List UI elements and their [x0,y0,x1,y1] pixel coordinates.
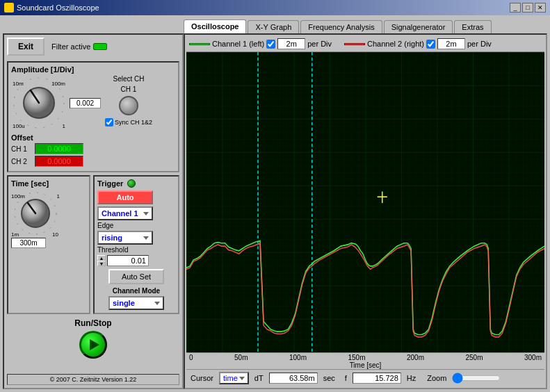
exit-button[interactable]: Exit [7,38,45,56]
filter-led [93,43,107,50]
trigger-edge-button[interactable]: rising [97,231,153,245]
dt-label: dT [254,374,264,382]
x-axis-labels: 0 50m 100m 150m 200m 250m 300m Time [sec… [186,352,544,369]
amp-knob-label-bl: 100u [13,123,25,129]
amp-knob-label-br: 1 [63,123,65,129]
filter-active-label: Filter active [51,42,90,51]
ch2-offset-label: CH 2 [11,158,32,165]
trigger-channel-button[interactable]: Channel 1 [97,206,153,220]
time-knob-label-tr: 1 [57,193,60,199]
ch2-label: Channel 2 (right) [367,40,424,48]
ch2-offset-input[interactable] [35,156,83,167]
x-label-200m: 200m [407,354,424,361]
ch2-line [344,43,365,45]
ch2-checkbox[interactable] [426,40,435,49]
ch1-per-div[interactable] [277,38,305,49]
channel-mode-button[interactable]: single [108,296,164,310]
app-icon [4,3,14,13]
x-label-150m: 150m [348,354,365,361]
channel-bar: Channel 1 (left) per Div Channel 2 (righ… [186,36,544,52]
offset-label: Offset [11,133,33,142]
ch2-indicator: Channel 2 (right) per Div [344,38,492,49]
zoom-slider[interactable] [452,373,501,384]
sec-label: sec [323,374,335,382]
amplitude-section: Amplitude [1/Div] 10m 100m 100u 1 [7,61,179,172]
threshold-down-button[interactable]: ▼ [97,261,106,266]
tab-extras[interactable]: Extras [454,20,491,33]
auto-set-button[interactable]: Auto Set [108,269,164,284]
amplitude-value-display: 0.002 [70,98,101,108]
x-label-0: 0 [189,354,193,361]
tab-frequency-analysis[interactable]: Frequency Analysis [300,20,382,33]
time-value-display: 300m [11,238,46,248]
time-knob-label-br: 10 [52,231,58,238]
minimize-button[interactable]: _ [510,3,521,13]
ch2-per-div[interactable] [437,38,465,49]
sync-label: Sync CH 1&2 [115,119,152,126]
trigger-section: Trigger Auto Channel 1 Edge rising Thres… [93,175,179,314]
f-input[interactable] [353,373,401,384]
dt-input[interactable] [269,373,318,384]
tab-oscilloscope[interactable]: Oscilloscope [184,19,246,33]
ch1-select-knob [119,96,138,115]
app-title: Soundcard Oszilloscope [17,3,99,12]
title-bar: Soundcard Oszilloscope _ □ ✕ [0,0,550,15]
ch1-line [189,43,210,45]
threshold-up-button[interactable]: ▲ [97,255,106,261]
amplitude-label: Amplitude [1/Div] [11,65,101,74]
trigger-auto-button[interactable]: Auto [97,190,153,204]
ch1-offset-input[interactable] [35,143,83,154]
edge-label: Edge [97,222,175,229]
oscilloscope-svg [186,52,544,352]
copyright: © 2007 C. Zeitnitz Version 1.22 [7,374,179,385]
oscilloscope-display [186,52,544,352]
edge-arrow [143,236,149,240]
select-ch-label: Select CH [113,75,145,83]
threshold-input[interactable] [107,255,149,266]
ch1-label: CH 1 [121,85,137,93]
ch1-offset-label: CH 1 [11,145,32,153]
cursor-arrow [239,377,245,380]
run-stop-label: Run/Stop [74,318,111,328]
x-label-100m: 100m [289,354,307,361]
amp-knob-label-tl: 10m [13,81,24,87]
channel-mode-label: Channel Mode [97,287,175,295]
trigger-led [127,179,136,188]
ch1-checkbox[interactable] [266,40,275,49]
trigger-label: Trigger [97,179,123,188]
svg-rect-8 [186,52,544,352]
channel-mode-arrow [154,302,160,305]
tab-signal-generator[interactable]: Signalgenerator [384,20,453,33]
trigger-ch-arrow [143,212,149,215]
play-icon [90,339,99,350]
maximize-button[interactable]: □ [522,3,533,13]
time-section: Time [sec] 100m 1 1m 10 [7,175,90,314]
amp-knob-label-tr: 100m [51,81,65,87]
ch2-per-div-label: per Div [467,40,492,48]
x-label-50m: 50m [234,354,248,361]
run-stop-button[interactable] [79,331,107,359]
x-label-300m: 300m [524,354,542,361]
hz-label: Hz [407,374,416,382]
zoom-label: Zoom [427,374,446,382]
sync-checkbox-row[interactable]: Sync CH 1&2 [105,118,152,126]
tab-xy-graph[interactable]: X-Y Graph [248,20,299,33]
time-axis-label: Time [sec] [186,361,544,369]
time-label: Time [sec] [11,179,86,188]
sync-checkbox[interactable] [105,118,113,126]
time-knob-label-tl: 100m [11,193,25,199]
cursor-bar: Cursor time dT sec f Hz Zoom [186,369,544,386]
f-label: f [345,374,347,382]
close-button[interactable]: ✕ [535,3,546,13]
cursor-type-button[interactable]: time [219,372,249,384]
threshold-label: Threshold [97,246,175,254]
ch1-label: Channel 1 (left) [212,40,264,48]
ch1-indicator: Channel 1 (left) per Div [189,38,332,49]
x-label-250m: 250m [465,354,483,361]
ch1-per-div-label: per Div [307,40,332,48]
time-knob-label-bl: 1m [11,231,19,238]
cursor-label: Cursor [191,374,213,382]
